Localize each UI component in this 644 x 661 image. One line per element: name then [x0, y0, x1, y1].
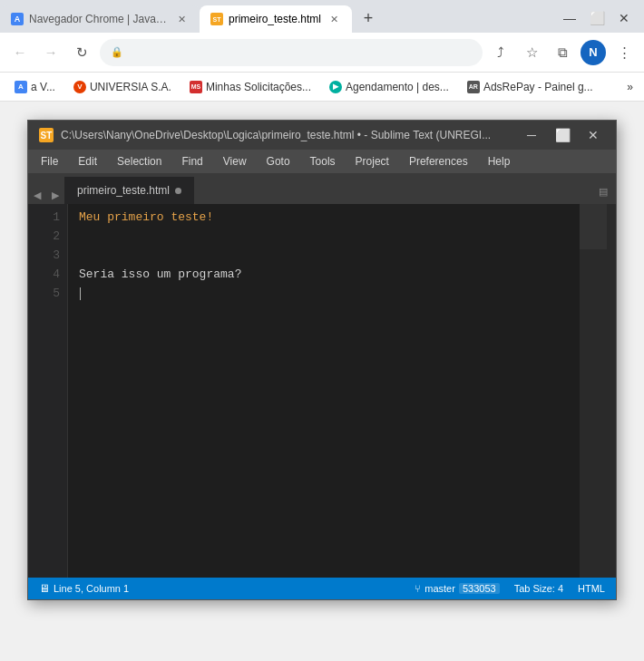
tab2-favicon: ST: [210, 13, 223, 25]
tab-scroll-right[interactable]: ▶: [46, 186, 64, 204]
sublime-title: C:\Users\Nany\OneDrive\Desktop\Logica\pr…: [61, 129, 520, 141]
extensions-button[interactable]: ⧉: [550, 40, 575, 65]
close-button[interactable]: ✕: [611, 7, 637, 29]
minimize-button[interactable]: —: [557, 7, 582, 29]
sublime-statusbar: 🖥 Line 5, Column 1 ⑂ master 533053 Tab S…: [28, 578, 616, 599]
share-button[interactable]: ⤴: [488, 40, 513, 65]
tab-size-label: Tab Size: 4: [514, 583, 563, 594]
menu-goto[interactable]: Goto: [258, 153, 299, 170]
address-icon: 🔒: [111, 46, 123, 58]
bookmark3-favicon: MS: [190, 81, 202, 93]
line-num-4: 4: [28, 265, 67, 284]
reload-button[interactable]: ↻: [69, 40, 94, 65]
browser-toolbar: ← → ↻ 🔒 ⤴ ☆ ⧉ N ⋮: [0, 33, 644, 73]
monitor-icon: 🖥: [39, 582, 50, 595]
sublime-app-icon: ST: [39, 128, 54, 142]
tab1-close[interactable]: ✕: [174, 12, 189, 26]
minimap-toggle[interactable]: ▤: [594, 182, 612, 200]
menu-help[interactable]: Help: [479, 153, 520, 170]
code-line-4: Seria isso um programa?: [79, 265, 569, 284]
menu-button[interactable]: ⋮: [611, 40, 637, 65]
editor-tab1-label: primeiro_teste.html: [77, 184, 170, 197]
menu-project[interactable]: Project: [346, 153, 398, 170]
line-num-5: 5: [28, 284, 67, 303]
menu-selection[interactable]: Selection: [108, 153, 171, 170]
menu-preferences[interactable]: Preferences: [400, 153, 477, 170]
profile-button[interactable]: N: [581, 40, 606, 65]
tab2-label: primeiro_teste.html: [229, 13, 321, 25]
status-right: ⑂ master 533053 Tab Size: 4 HTML: [415, 583, 605, 594]
status-monitor: 🖥 Line 5, Column 1: [39, 582, 129, 595]
sublime-menubar: File Edit Selection Find View Goto Tools…: [28, 150, 616, 173]
menu-tools[interactable]: Tools: [301, 153, 345, 170]
bookmarks-more-button[interactable]: »: [623, 79, 637, 95]
tab2-close[interactable]: ✕: [327, 12, 341, 26]
code-area[interactable]: Meu primeiro teste! Seria isso um progra…: [68, 204, 580, 578]
minimap: [580, 204, 607, 578]
bookmark2-favicon: V: [73, 81, 86, 93]
editor-tab-1[interactable]: primeiro_teste.html: [64, 177, 195, 204]
git-icon: ⑂: [415, 583, 421, 594]
sublime-close-button[interactable]: ✕: [581, 125, 605, 145]
tab-1[interactable]: A Navegador Chrome | JavaSc... ✕: [0, 5, 200, 33]
status-tab-size: Tab Size: 4: [514, 583, 563, 594]
git-branch: master: [424, 583, 455, 594]
line-numbers: 1 2 3 4 5: [28, 204, 68, 578]
line-num-1: 1: [28, 208, 67, 227]
bookmark1-favicon: A: [15, 81, 27, 93]
sublime-minimize-button[interactable]: ─: [520, 125, 543, 145]
bookmark-button[interactable]: ☆: [519, 40, 544, 65]
forward-button[interactable]: →: [38, 40, 63, 65]
back-button[interactable]: ←: [7, 40, 33, 65]
menu-view[interactable]: View: [214, 153, 256, 170]
tab-scroll-left[interactable]: ◀: [28, 186, 46, 204]
menu-edit[interactable]: Edit: [69, 153, 106, 170]
code-line-2: [79, 227, 569, 246]
sublime-window: ST C:\Users\Nany\OneDrive\Desktop\Logica…: [27, 120, 617, 600]
bookmark-1[interactable]: A a V...: [7, 79, 63, 95]
git-commit-badge: 533053: [459, 583, 500, 594]
line-num-3: 3: [28, 246, 67, 265]
tab-bar-right: ▤: [594, 182, 616, 204]
sublime-editor-tab-bar: ◀ ▶ primeiro_teste.html ▤: [28, 173, 616, 204]
bookmark1-label: a V...: [31, 81, 55, 93]
code-line-3: [79, 246, 569, 265]
bookmark-2[interactable]: V UNIVERSIA S.A.: [66, 79, 179, 95]
bookmark5-favicon: AR: [467, 81, 480, 93]
sublime-maximize-button[interactable]: ⬜: [551, 125, 574, 145]
window-controls: — ⬜ ✕: [557, 7, 644, 33]
menu-find[interactable]: Find: [172, 153, 211, 170]
menu-file[interactable]: File: [32, 153, 67, 170]
browser-content: ST C:\Users\Nany\OneDrive\Desktop\Logica…: [0, 102, 644, 661]
status-syntax: HTML: [578, 583, 605, 594]
bookmark5-label: AdsRePay - Painel g...: [483, 81, 593, 93]
status-git: ⑂ master 533053: [415, 583, 499, 594]
tab1-label: Navegador Chrome | JavaSc...: [29, 13, 169, 25]
sublime-titlebar: ST C:\Users\Nany\OneDrive\Desktop\Logica…: [28, 121, 616, 150]
bookmark4-favicon: ▶: [329, 81, 342, 93]
bookmark-3[interactable]: MS Minhas Solicitações...: [182, 79, 318, 95]
code-line1-text: Meu primeiro teste!: [79, 210, 213, 224]
tab-2[interactable]: ST primeiro_teste.html ✕: [200, 5, 352, 33]
maximize-button[interactable]: ⬜: [584, 7, 610, 29]
sublime-win-controls: ─ ⬜ ✕: [520, 125, 605, 145]
address-bar[interactable]: 🔒: [100, 39, 483, 66]
text-cursor: [80, 287, 81, 300]
minimap-viewport: [580, 204, 607, 249]
bookmark4-label: Agendamento | des...: [346, 81, 449, 93]
code-line4-text: Seria isso um programa?: [79, 267, 241, 281]
vertical-scrollbar[interactable]: [607, 204, 616, 578]
bookmark-4[interactable]: ▶ Agendamento | des...: [322, 79, 456, 95]
syntax-label: HTML: [578, 583, 605, 594]
bookmark-5[interactable]: AR AdsRePay - Painel g...: [460, 79, 600, 95]
tab1-favicon: A: [11, 13, 24, 25]
bookmark2-label: UNIVERSIA S.A.: [90, 81, 171, 93]
tab-bar: A Navegador Chrome | JavaSc... ✕ ST prim…: [0, 0, 644, 33]
code-line-5: [79, 284, 569, 303]
editor-tab1-modified-dot: [175, 188, 181, 194]
browser-frame: A Navegador Chrome | JavaSc... ✕ ST prim…: [0, 0, 644, 661]
status-line-col: Line 5, Column 1: [54, 583, 129, 594]
sublime-editor[interactable]: 1 2 3 4 5 Meu primeiro teste! Seria isso…: [28, 204, 616, 578]
new-tab-button[interactable]: +: [356, 5, 381, 31]
code-line-1: Meu primeiro teste!: [79, 208, 569, 227]
